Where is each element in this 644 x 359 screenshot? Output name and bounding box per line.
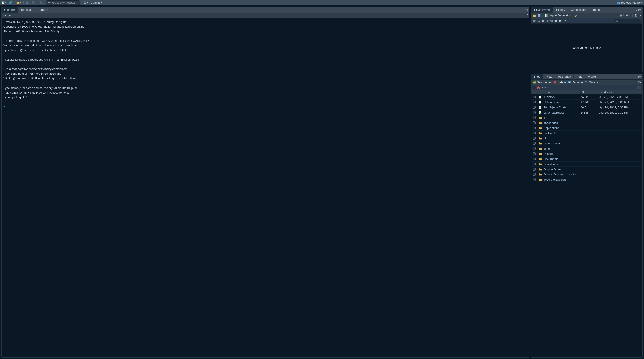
goto-file-function-input[interactable]: Go to file/function <box>46 1 80 5</box>
close-icon[interactable]: × <box>47 9 48 11</box>
file-row[interactable]: Google Drive <box>532 167 642 172</box>
file-row[interactable]: Rschemas.Rdata143 BApr 20, 2019, 6:30 PM <box>532 110 642 115</box>
file-name[interactable]: google-cloud-sdk <box>543 178 580 181</box>
file-row[interactable]: Google Drive (caseybates@gmai... <box>532 172 642 177</box>
file-name[interactable]: content <box>543 147 580 150</box>
import-dataset-button[interactable]: Import Dataset <box>545 14 570 17</box>
file-name[interactable]: anaconda3 <box>543 121 580 125</box>
row-checkbox[interactable] <box>533 137 536 140</box>
env-scope-selector[interactable]: Global Environment <box>538 19 566 23</box>
file-name[interactable]: code-runners <box>543 142 580 145</box>
row-checkbox[interactable] <box>533 101 536 103</box>
row-checkbox[interactable] <box>533 147 536 150</box>
file-row[interactable]: Desktop <box>532 151 642 156</box>
delete-button[interactable]: Delete <box>554 81 566 84</box>
row-checkbox[interactable] <box>533 121 536 124</box>
row-checkbox[interactable] <box>533 111 536 114</box>
row-checkbox[interactable] <box>533 106 536 109</box>
file-name[interactable]: Documents <box>543 157 580 161</box>
breadcrumb-home[interactable]: Home <box>541 86 549 89</box>
select-all-checkbox[interactable] <box>533 86 536 89</box>
grid-button[interactable] <box>83 1 89 5</box>
clear-console-icon[interactable] <box>525 14 528 17</box>
print-button[interactable] <box>38 1 43 5</box>
new-folder-button[interactable]: New Folder <box>533 81 552 84</box>
file-name[interactable]: Google Drive (caseybates@gmai... <box>543 173 580 176</box>
addins-menu[interactable]: Addins <box>90 1 104 5</box>
row-checkbox[interactable] <box>533 96 536 98</box>
tab-history[interactable]: History <box>554 7 568 13</box>
load-workspace-icon[interactable] <box>533 14 536 17</box>
tab-connections[interactable]: Connections <box>568 7 590 13</box>
path-more-button[interactable]: … <box>638 86 641 89</box>
file-name[interactable]: bin <box>543 137 580 140</box>
close-icon[interactable]: × <box>33 9 34 11</box>
clear-objects-icon[interactable] <box>574 14 578 17</box>
tab-environment[interactable]: Environment <box>532 7 554 13</box>
file-row[interactable]: Downloads <box>532 162 642 167</box>
file-row[interactable]: Rlist_objects.Rdata86 BApr 20, 2019, 6:3… <box>532 105 642 110</box>
home-icon[interactable] <box>537 86 540 89</box>
row-checkbox[interactable] <box>533 158 536 160</box>
file-row[interactable]: backend <box>532 131 642 136</box>
row-checkbox[interactable] <box>533 116 536 119</box>
new-file-button[interactable] <box>1 1 7 5</box>
file-row[interactable]: Untitled.ipynb1.1 KBJan 28, 2020, 3:04 P… <box>532 100 642 105</box>
new-project-button[interactable] <box>8 1 13 5</box>
col-size[interactable]: Size <box>580 90 600 94</box>
file-row[interactable]: bin <box>532 136 642 141</box>
pane-maximize-icon[interactable] <box>638 76 641 78</box>
file-row[interactable]: .r <box>532 115 642 120</box>
file-name[interactable]: Downloads <box>543 162 580 166</box>
file-row[interactable]: anaconda3 <box>532 120 642 125</box>
file-row[interactable]: Applications <box>532 125 642 131</box>
row-checkbox[interactable] <box>533 178 536 181</box>
file-row[interactable]: code-runners <box>532 141 642 146</box>
pane-maximize-icon[interactable] <box>525 8 528 12</box>
pane-minimize-icon[interactable] <box>635 76 638 78</box>
row-checkbox[interactable] <box>533 152 536 155</box>
file-name[interactable]: list_objects.Rdata <box>543 106 580 109</box>
row-checkbox[interactable] <box>533 132 536 134</box>
refresh-env-icon[interactable] <box>634 14 638 17</box>
col-modified[interactable]: Modified <box>600 90 642 94</box>
file-name[interactable]: .Rhistory <box>543 95 580 99</box>
env-search-input[interactable] <box>614 19 641 23</box>
save-workspace-icon[interactable] <box>538 14 541 17</box>
file-name[interactable]: .r <box>543 116 580 119</box>
row-checkbox[interactable] <box>533 163 536 165</box>
tab-files[interactable]: Files <box>532 74 543 80</box>
pane-minimize-icon[interactable] <box>635 9 638 11</box>
file-name[interactable]: Desktop <box>543 152 580 156</box>
col-name[interactable]: Name <box>543 90 580 94</box>
open-file-button[interactable] <box>16 1 22 5</box>
file-name[interactable]: backend <box>543 132 580 135</box>
file-name[interactable]: Untitled.ipynb <box>543 101 580 104</box>
row-checkbox[interactable] <box>533 127 536 129</box>
save-button[interactable] <box>25 1 30 5</box>
file-row[interactable]: .Rhistory746 BJul 29, 2020, 2:09 PM <box>532 95 642 100</box>
row-checkbox[interactable] <box>533 173 536 176</box>
tab-terminal[interactable]: Terminal× <box>18 7 37 13</box>
file-row[interactable]: content <box>532 146 642 151</box>
refresh-files-icon[interactable] <box>638 81 641 84</box>
tab-packages[interactable]: Packages <box>555 74 574 80</box>
save-all-button[interactable] <box>30 1 36 5</box>
goto-dir-icon[interactable] <box>8 14 12 17</box>
row-checkbox[interactable] <box>533 168 536 171</box>
file-name[interactable]: Google Drive <box>543 168 580 171</box>
tab-jobs[interactable]: Jobs× <box>37 7 51 13</box>
file-name[interactable]: Applications <box>543 126 580 130</box>
tab-help[interactable]: Help <box>574 74 585 80</box>
file-row[interactable]: Documents <box>532 156 642 162</box>
file-row[interactable]: google-cloud-sdk <box>532 177 642 182</box>
console-output[interactable]: R version 4.0.2 (2020-06-22) -- "Taking … <box>2 18 529 357</box>
rename-button[interactable]: Rename <box>568 81 583 84</box>
tab-console[interactable]: Console <box>2 7 18 13</box>
env-view-mode-button[interactable]: List <box>619 14 630 17</box>
row-checkbox[interactable] <box>533 142 536 145</box>
more-button[interactable]: More <box>584 81 598 84</box>
project-menu[interactable]: RProject: (None) <box>616 1 643 5</box>
file-name[interactable]: schemas.Rdata <box>543 111 580 114</box>
tab-plots[interactable]: Plots <box>543 74 555 80</box>
